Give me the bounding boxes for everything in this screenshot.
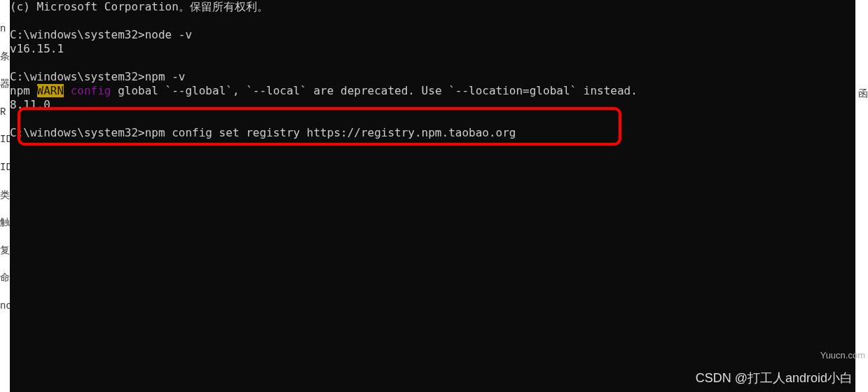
command-line-2: C:\windows\system32>npm -v	[10, 70, 855, 84]
prompt: C:\windows\system32>	[10, 126, 145, 139]
warn-tag: WARN	[37, 84, 64, 97]
right-edge-char: 函	[858, 88, 868, 100]
prompt: C:\windows\system32>	[10, 28, 145, 41]
terminal-window[interactable]: (c) Microsoft Corporation。保留所有权利。 C:\win…	[10, 0, 855, 392]
warn-message: global `--global`, `--local` are depreca…	[111, 84, 638, 97]
npm-prefix: npm	[10, 84, 37, 97]
output-node-version: v16.15.1	[10, 42, 855, 56]
csdn-watermark: CSDN @打工人android小白	[696, 370, 853, 386]
copyright-line: (c) Microsoft Corporation。保留所有权利。	[10, 0, 855, 14]
config-label: config	[64, 84, 111, 97]
npm-warn-line: npm WARN config global `--global`, `--lo…	[10, 84, 855, 98]
output-npm-version: 8.11.0	[10, 98, 855, 112]
command-text: npm config set registry https://registry…	[145, 126, 516, 139]
command-text: node -v	[145, 28, 192, 41]
command-line-3: C:\windows\system32>npm config set regis…	[10, 126, 855, 140]
command-text: npm -v	[145, 70, 186, 83]
yuucn-watermark: Yuucn.com	[820, 350, 865, 360]
blank-line	[10, 56, 855, 70]
blank-line	[10, 14, 855, 28]
command-line-1: C:\windows\system32>node -v	[10, 28, 855, 42]
blank-line	[10, 112, 855, 126]
prompt: C:\windows\system32>	[10, 70, 145, 83]
page-left-edge: n 条 器 R ID ID 类 触 复 命 nc	[0, 0, 10, 392]
